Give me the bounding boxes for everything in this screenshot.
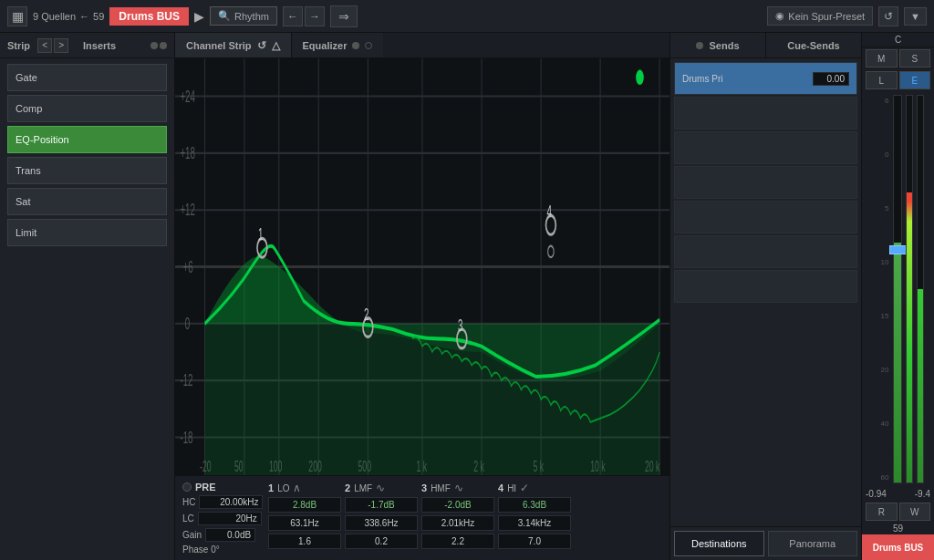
svg-text:+12: +12 xyxy=(180,201,195,219)
send-row-3[interactable] xyxy=(674,131,857,164)
cue-sends-tab[interactable]: Cue-Sends xyxy=(766,33,861,57)
phase-row: Phase 0° xyxy=(182,544,265,555)
band-2-gain[interactable]: -1.7dB xyxy=(345,497,418,513)
band-3-freq[interactable]: 2.01kHz xyxy=(421,515,494,531)
solo-button[interactable]: S xyxy=(899,49,931,67)
insert-dot-1 xyxy=(150,42,158,49)
dropdown-button[interactable]: ▼ xyxy=(904,7,927,26)
nav-right-icon[interactable]: → xyxy=(305,6,325,26)
send-row-7[interactable] xyxy=(674,270,857,303)
send-row-1[interactable]: Drums Pri 0.00 xyxy=(674,62,857,95)
sends-label: Sends xyxy=(709,40,739,51)
gain-input[interactable] xyxy=(205,528,255,542)
send-row-6[interactable] xyxy=(674,235,857,268)
send-row-2[interactable] xyxy=(674,97,857,130)
strip-item-gate[interactable]: Gate xyxy=(7,64,167,91)
strip-arrow-right[interactable]: > xyxy=(54,38,68,53)
inserts-label: Inserts xyxy=(83,40,116,51)
limit-label: Limit xyxy=(16,227,36,238)
sends-tab[interactable]: Sends xyxy=(670,33,766,57)
track-num: 59 xyxy=(93,11,104,22)
read-button[interactable]: R xyxy=(866,503,898,521)
svg-point-34 xyxy=(636,69,644,85)
cue-sends-label: Cue-Sends xyxy=(787,40,839,51)
svg-text:2: 2 xyxy=(364,305,368,323)
export-button[interactable]: ⇒ xyxy=(330,5,358,27)
channel-strip-up-icon[interactable]: △ xyxy=(272,39,280,52)
rhythm-button[interactable]: 🔍 Rhythm xyxy=(210,6,277,26)
arrow-left-icon[interactable]: ← xyxy=(79,11,89,22)
fader-scale: 6 0 5 10 15 20 40 60 xyxy=(873,95,889,483)
strip-item-limit[interactable]: Limit xyxy=(7,219,167,246)
pre-toggle[interactable] xyxy=(182,482,192,492)
equalizer-label: Equalizer xyxy=(303,40,348,51)
eq-pre-section: PRE HC LC Gain Phase 0° xyxy=(182,482,265,555)
hc-input[interactable] xyxy=(199,495,263,509)
band-2-num: 2 xyxy=(345,482,350,493)
band-1-num: 1 xyxy=(268,482,274,493)
eq-display[interactable]: +24 +18 +12 +6 0 -12 -18 -20 50 100 200 … xyxy=(175,58,669,475)
strip-item-sat[interactable]: Sat xyxy=(7,188,167,215)
strip-item-comp[interactable]: Comp xyxy=(7,95,167,122)
band-2-type: LMF xyxy=(354,483,372,493)
send-row-5[interactable] xyxy=(674,201,857,233)
destinations-button[interactable]: Destinations xyxy=(674,531,764,556)
svg-text:+6: +6 xyxy=(183,257,193,275)
refresh-button[interactable]: ↺ xyxy=(878,6,898,26)
band-4-q[interactable]: 7.0 xyxy=(498,534,571,549)
sources-info: 9 Quellen ← 59 xyxy=(33,11,104,22)
strip-arrow-left[interactable]: < xyxy=(37,38,52,53)
send-row-4[interactable] xyxy=(674,166,857,199)
fader-bar[interactable] xyxy=(893,95,902,483)
edit-button[interactable]: E xyxy=(899,71,931,89)
pre-row: PRE xyxy=(182,482,265,493)
fader-handle[interactable] xyxy=(889,245,908,254)
band-1-q[interactable]: 1.6 xyxy=(268,534,341,549)
band-4-freq[interactable]: 3.14kHz xyxy=(498,515,571,531)
channel-strip-tab[interactable]: Channel Strip ↺ △ xyxy=(175,33,292,57)
mute-button[interactable]: M xyxy=(866,49,898,67)
radio-icon: ◉ xyxy=(775,10,784,22)
fader-track: 6 0 5 10 15 20 40 60 xyxy=(862,91,934,487)
svg-text:+18: +18 xyxy=(180,144,195,162)
svg-text:3: 3 xyxy=(458,316,462,335)
band-4-type: HI xyxy=(507,483,516,493)
eq-graph: +24 +18 +12 +6 0 -12 -18 -20 50 100 200 … xyxy=(175,58,669,475)
write-button[interactable]: W xyxy=(899,503,931,521)
lc-row: LC xyxy=(182,512,265,525)
fader-rw-row: R W xyxy=(862,501,934,523)
svg-text:0: 0 xyxy=(185,315,190,333)
equalizer-tab[interactable]: Equalizer xyxy=(292,33,384,57)
strip-item-trans[interactable]: Trans xyxy=(7,157,167,184)
preset-selector[interactable]: ◉ Kein Spur-Preset xyxy=(767,6,873,26)
sends-dot xyxy=(696,42,703,49)
band-3-gain[interactable]: -2.0dB xyxy=(421,497,494,513)
fader-fill xyxy=(894,243,901,482)
fader-c-label: C xyxy=(862,33,934,47)
strip-label: Strip xyxy=(7,40,30,51)
channel-strip-refresh-icon[interactable]: ↺ xyxy=(257,39,266,52)
band-2-q[interactable]: 0.2 xyxy=(345,534,418,549)
band-1-gain[interactable]: 2.8dB xyxy=(268,497,341,513)
listen-button[interactable]: L xyxy=(866,71,898,89)
band-4-gain[interactable]: 6.3dB xyxy=(498,497,571,513)
band-1-freq[interactable]: 63.1Hz xyxy=(268,515,341,531)
track-name-button[interactable]: Drums BUS xyxy=(109,7,189,26)
svg-text:+24: +24 xyxy=(180,87,195,105)
phase-label: Phase 0° xyxy=(182,544,220,555)
main-layout: Strip < > Inserts Gate Comp EQ-Position … xyxy=(0,33,934,560)
nav-left-icon[interactable]: ← xyxy=(283,6,303,26)
panorama-button[interactable]: Panorama xyxy=(768,531,858,556)
fader-top-buttons: M S xyxy=(862,47,934,69)
band-3-q[interactable]: 2.2 xyxy=(421,534,494,549)
band-3-num: 3 xyxy=(421,482,427,493)
band-2-freq[interactable]: 338.6Hz xyxy=(345,515,418,531)
grid-icon[interactable]: ▦ xyxy=(7,6,27,26)
search-icon: 🔍 xyxy=(218,10,231,22)
lc-input[interactable] xyxy=(198,512,262,525)
strip-item-eq-position[interactable]: EQ-Position xyxy=(7,126,167,153)
fader-db-right: -9.4 xyxy=(915,489,930,499)
trans-label: Trans xyxy=(16,165,41,176)
eq-dot-empty xyxy=(365,42,372,49)
insert-dots xyxy=(150,42,167,49)
